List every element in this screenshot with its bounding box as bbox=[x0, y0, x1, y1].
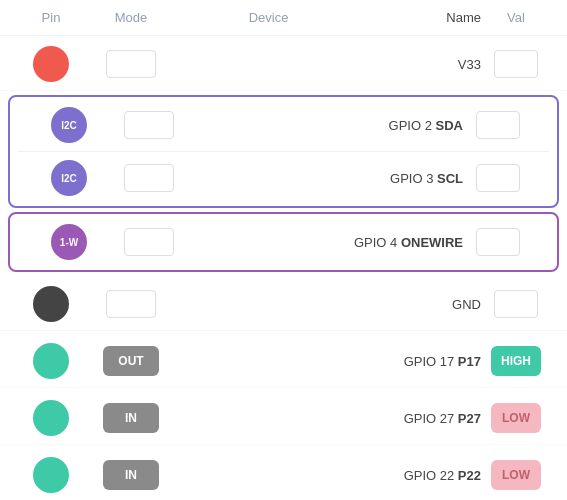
mode-col bbox=[86, 290, 176, 318]
table-header: Pin Mode Device Name Val bbox=[0, 0, 567, 36]
mode-box[interactable] bbox=[106, 50, 156, 78]
header-mode: Mode bbox=[86, 10, 176, 25]
pin-name-prefix: GPIO 27 bbox=[404, 411, 458, 426]
pin-col bbox=[16, 286, 86, 322]
mode-box[interactable] bbox=[124, 164, 174, 192]
val-box[interactable] bbox=[494, 290, 538, 318]
pin-col bbox=[16, 457, 86, 493]
pin-circle-dark bbox=[33, 286, 69, 322]
pin-name-bold: P22 bbox=[458, 468, 481, 483]
name-col: GND bbox=[361, 297, 481, 312]
pin-name: V33 bbox=[458, 57, 481, 72]
pin-circle-green bbox=[33, 457, 69, 493]
gpio-table: Pin Mode Device Name Val V33 I2 bbox=[0, 0, 567, 500]
pin-name-prefix: GPIO 22 bbox=[404, 468, 458, 483]
pin-col bbox=[16, 343, 86, 379]
table-row: 1-W GPIO 4 ONEWIRE bbox=[18, 216, 549, 268]
val-col bbox=[463, 164, 533, 192]
pin-col: 1-W bbox=[34, 224, 104, 260]
mode-col bbox=[104, 164, 194, 192]
val-col bbox=[463, 111, 533, 139]
pin-circle-red bbox=[33, 46, 69, 82]
pin-name-prefix: GPIO 2 bbox=[389, 118, 436, 133]
pin-circle-i2c: I2C bbox=[51, 160, 87, 196]
badge-low[interactable]: LOW bbox=[491, 460, 541, 490]
mode-box[interactable] bbox=[124, 111, 174, 139]
pin-name-bold: ONEWIRE bbox=[401, 235, 463, 250]
val-box[interactable] bbox=[494, 50, 538, 78]
pin-name-prefix: GPIO 17 bbox=[404, 354, 458, 369]
pin-col: I2C bbox=[34, 107, 104, 143]
table-row: IN GPIO 22 P22 LOW bbox=[0, 449, 567, 500]
row-v33-top: V33 bbox=[0, 36, 567, 93]
table-row: I2C GPIO 3 SCL bbox=[18, 152, 549, 204]
mode-col bbox=[86, 50, 176, 78]
pin-name-bold: P27 bbox=[458, 411, 481, 426]
mode-in-button[interactable]: IN bbox=[103, 460, 159, 490]
table-row: OUT GPIO 17 P17 HIGH bbox=[0, 335, 567, 388]
badge-low[interactable]: LOW bbox=[491, 403, 541, 433]
name-col: GPIO 27 P27 bbox=[361, 411, 481, 426]
row-gpio27: IN GPIO 27 P27 LOW bbox=[0, 390, 567, 447]
val-box[interactable] bbox=[476, 228, 520, 256]
row-gpio22: IN GPIO 22 P22 LOW bbox=[0, 447, 567, 500]
pin-col bbox=[16, 46, 86, 82]
mode-col bbox=[104, 111, 194, 139]
val-col: LOW bbox=[481, 460, 551, 490]
val-col bbox=[481, 50, 551, 78]
pin-col bbox=[16, 400, 86, 436]
pin-circle-green bbox=[33, 400, 69, 436]
header-device: Device bbox=[176, 10, 361, 25]
header-name: Name bbox=[361, 10, 481, 25]
name-col: GPIO 3 SCL bbox=[343, 171, 463, 186]
name-col: GPIO 17 P17 bbox=[361, 354, 481, 369]
mode-col bbox=[104, 228, 194, 256]
val-col bbox=[463, 228, 533, 256]
mode-col: IN bbox=[86, 460, 176, 490]
badge-high[interactable]: HIGH bbox=[491, 346, 541, 376]
name-col: GPIO 22 P22 bbox=[361, 468, 481, 483]
name-col: GPIO 2 SDA bbox=[343, 118, 463, 133]
table-row: V33 bbox=[0, 38, 567, 91]
table-row: IN GPIO 27 P27 LOW bbox=[0, 392, 567, 445]
pin-name-bold: P17 bbox=[458, 354, 481, 369]
1w-group: 1-W GPIO 4 ONEWIRE bbox=[8, 212, 559, 272]
val-col bbox=[481, 290, 551, 318]
name-col: V33 bbox=[361, 57, 481, 72]
mode-box[interactable] bbox=[124, 228, 174, 256]
row-gpio17: OUT GPIO 17 P17 HIGH bbox=[0, 333, 567, 390]
mode-in-button[interactable]: IN bbox=[103, 403, 159, 433]
name-col: GPIO 4 ONEWIRE bbox=[343, 235, 463, 250]
val-col: LOW bbox=[481, 403, 551, 433]
mode-col: IN bbox=[86, 403, 176, 433]
mode-col: OUT bbox=[86, 346, 176, 376]
pin-name-prefix: GPIO 4 bbox=[354, 235, 401, 250]
mode-box[interactable] bbox=[106, 290, 156, 318]
i2c-group: I2C GPIO 2 SDA I2C GPIO 3 SCL bbox=[8, 95, 559, 208]
pin-name: GND bbox=[452, 297, 481, 312]
pin-name-bold: SDA bbox=[436, 118, 463, 133]
val-box[interactable] bbox=[476, 164, 520, 192]
pin-name-bold: SCL bbox=[437, 171, 463, 186]
header-val: Val bbox=[481, 10, 551, 25]
header-pin: Pin bbox=[16, 10, 86, 25]
val-col: HIGH bbox=[481, 346, 551, 376]
table-row: I2C GPIO 2 SDA bbox=[18, 99, 549, 152]
pin-name-prefix: GPIO 3 bbox=[390, 171, 437, 186]
pin-circle-green bbox=[33, 343, 69, 379]
val-box[interactable] bbox=[476, 111, 520, 139]
mode-out-button[interactable]: OUT bbox=[103, 346, 159, 376]
pin-circle-1w: 1-W bbox=[51, 224, 87, 260]
row-gnd: GND bbox=[0, 276, 567, 333]
table-row: GND bbox=[0, 278, 567, 331]
pin-col: I2C bbox=[34, 160, 104, 196]
pin-circle-i2c: I2C bbox=[51, 107, 87, 143]
